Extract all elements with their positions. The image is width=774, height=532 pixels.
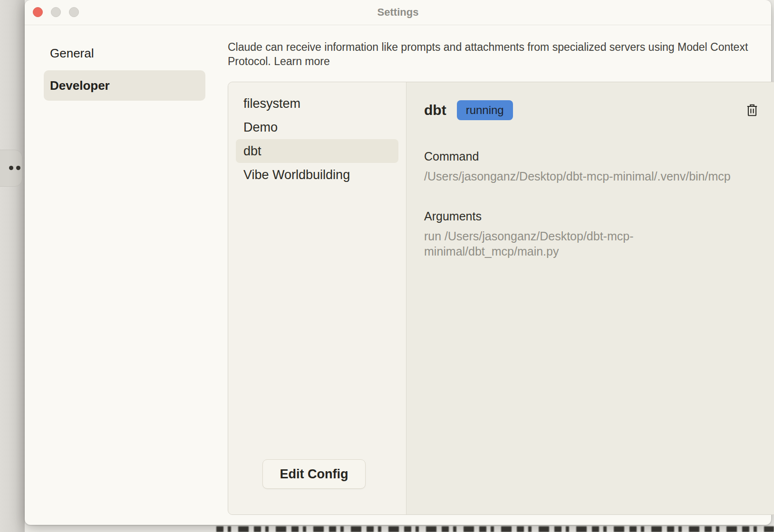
edit-config-button[interactable]: Edit Config xyxy=(262,459,366,489)
server-item-vibe-worldbuilding[interactable]: Vibe Worldbuilding xyxy=(236,163,398,187)
server-item-filesystem[interactable]: filesystem xyxy=(236,92,398,115)
server-list-pane: filesystem Demo dbt Vibe Worldbuilding E… xyxy=(228,82,406,514)
server-item-demo[interactable]: Demo xyxy=(236,115,398,139)
server-list: filesystem Demo dbt Vibe Worldbuilding xyxy=(228,82,406,187)
settings-window: Settings General Developer Claude can re… xyxy=(25,0,771,525)
two-dots-icon xyxy=(9,166,13,170)
background-tab[interactable] xyxy=(0,150,22,187)
status-badge: running xyxy=(457,100,513,120)
server-details-header: dbt running xyxy=(424,100,767,120)
window-title: Settings xyxy=(25,0,771,25)
server-item-label: dbt xyxy=(243,144,261,159)
two-dots-icon xyxy=(16,166,20,170)
server-item-label: Vibe Worldbuilding xyxy=(243,168,350,182)
settings-nav: General Developer xyxy=(44,40,205,101)
server-item-label: filesystem xyxy=(243,96,300,111)
nav-item-label: General xyxy=(50,46,94,61)
nav-item-general[interactable]: General xyxy=(44,40,205,66)
background-window-text-blur xyxy=(216,526,774,532)
titlebar: Settings xyxy=(25,0,771,25)
background-window-strip xyxy=(0,0,25,532)
learn-more-link[interactable]: Learn more xyxy=(274,55,330,67)
delete-server-button[interactable] xyxy=(746,103,758,117)
command-label: Command xyxy=(424,149,767,164)
mcp-description: Claude can receive information like prom… xyxy=(228,40,758,68)
mcp-servers-panel: filesystem Demo dbt Vibe Worldbuilding E… xyxy=(228,82,774,515)
nav-item-label: Developer xyxy=(50,78,110,93)
server-item-dbt[interactable]: dbt xyxy=(236,139,398,163)
server-item-label: Demo xyxy=(243,120,278,135)
server-name: dbt xyxy=(424,102,446,118)
command-value: /Users/jasonganz/Desktop/dbt-mcp-minimal… xyxy=(424,169,767,184)
trash-icon xyxy=(746,103,758,117)
server-details-pane: dbt running Command /Users/jasonganz/Des… xyxy=(407,82,774,514)
arguments-value: run /Users/jasonganz/Desktop/dbt-mcp-min… xyxy=(424,228,657,259)
nav-item-developer[interactable]: Developer xyxy=(44,70,205,101)
arguments-label: Arguments xyxy=(424,209,767,224)
desktop: Settings General Developer Claude can re… xyxy=(0,0,774,532)
